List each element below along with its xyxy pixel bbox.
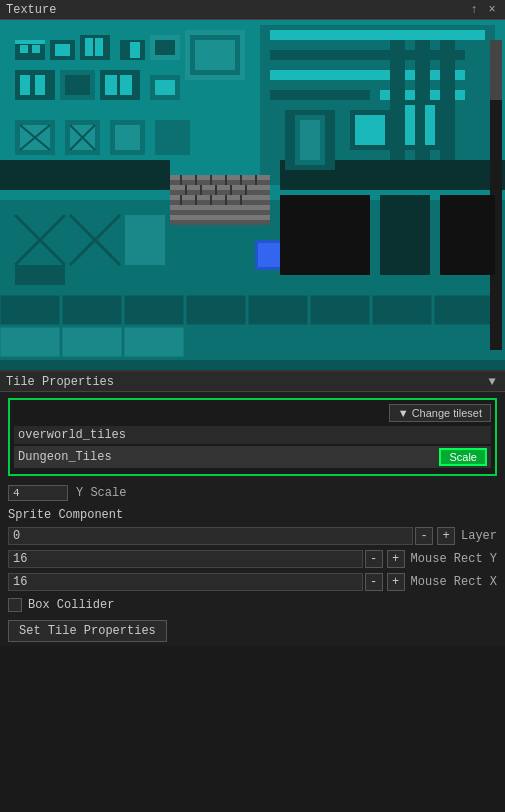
svg-rect-45 [195, 175, 197, 185]
texture-title: Texture [6, 3, 56, 17]
tileset-name-dungeon: Dungeon_Tiles [18, 450, 112, 464]
svg-rect-51 [200, 185, 202, 195]
layer-prop-row: - + Layer [0, 525, 505, 547]
tileset-item-dungeon-row: Dungeon_Tiles Scale [18, 448, 487, 466]
svg-rect-91 [300, 120, 320, 160]
svg-rect-107 [440, 195, 495, 275]
svg-rect-93 [355, 115, 385, 145]
svg-rect-52 [215, 185, 217, 195]
tileset-selector-box: ▼ Change tileset overworld_tiles Dungeon… [8, 398, 497, 476]
svg-rect-67 [124, 295, 184, 325]
x-scale-input[interactable] [8, 485, 68, 501]
svg-rect-27 [465, 40, 490, 170]
svg-rect-72 [434, 295, 499, 325]
texture-close-btn[interactable]: × [485, 3, 499, 17]
tileset-item-dungeon[interactable]: Dungeon_Tiles Scale [14, 446, 491, 468]
mouse-rect-x-minus-btn[interactable]: - [365, 573, 383, 591]
change-tileset-button[interactable]: ▼ Change tileset [389, 404, 491, 422]
svg-rect-88 [155, 120, 190, 155]
svg-rect-106 [380, 195, 430, 275]
svg-rect-87 [115, 125, 140, 150]
svg-rect-57 [210, 195, 212, 205]
svg-rect-69 [248, 295, 308, 325]
svg-rect-49 [255, 175, 257, 185]
svg-rect-42 [170, 205, 270, 210]
tile-properties-title: Tile Properties [6, 375, 114, 389]
svg-rect-55 [180, 195, 182, 205]
svg-rect-73 [0, 327, 60, 357]
svg-rect-7 [55, 44, 70, 56]
mouse-rect-y-plus-btn[interactable]: + [387, 550, 405, 568]
svg-rect-9 [85, 38, 93, 56]
svg-rect-3 [15, 40, 45, 44]
svg-rect-108 [0, 360, 505, 370]
sprite-component-label: Sprite Component [0, 504, 505, 524]
svg-rect-96 [425, 105, 435, 145]
box-collider-row: Box Collider [0, 594, 505, 616]
tileset-list: overworld_tiles Dungeon_Tiles Scale [14, 426, 491, 468]
mouse-rect-x-prop-row: - + Mouse Rect X [0, 571, 505, 593]
tileset-item-overworld[interactable]: overworld_tiles [14, 426, 491, 444]
svg-rect-30 [35, 75, 45, 95]
svg-rect-48 [240, 175, 242, 185]
svg-rect-37 [155, 80, 175, 95]
tileset-svg [0, 20, 505, 370]
svg-rect-4 [20, 45, 28, 53]
svg-rect-59 [240, 195, 242, 205]
svg-rect-47 [225, 175, 227, 185]
svg-rect-68 [186, 295, 246, 325]
svg-rect-46 [210, 175, 212, 185]
mouse-rect-y-value-input[interactable] [8, 550, 363, 568]
tile-properties-arrow-btn[interactable]: ▼ [485, 375, 499, 389]
svg-rect-74 [62, 327, 122, 357]
svg-rect-35 [120, 75, 132, 95]
texture-controls: ↑ × [467, 3, 499, 17]
svg-rect-50 [185, 185, 187, 195]
svg-rect-75 [124, 327, 184, 357]
set-tile-properties-button[interactable]: Set Tile Properties [8, 620, 167, 642]
mouse-rect-y-minus-btn[interactable]: - [365, 550, 383, 568]
tile-properties-header: Tile Properties ▼ [0, 372, 505, 392]
scale-button[interactable]: Scale [439, 448, 487, 466]
layer-label: Layer [461, 529, 497, 543]
tile-properties-panel: Tile Properties ▼ ▼ Change tileset overw… [0, 370, 505, 646]
mouse-rect-y-label: Mouse Rect Y [411, 552, 497, 566]
mouse-rect-y-prop-row: - + Mouse Rect Y [0, 548, 505, 570]
texture-header: Texture ↑ × [0, 0, 505, 20]
tileset-name-overworld: overworld_tiles [18, 428, 126, 442]
svg-rect-12 [130, 42, 140, 58]
texture-pin-btn[interactable]: ↑ [467, 3, 481, 17]
svg-rect-100 [15, 265, 65, 285]
svg-rect-71 [372, 295, 432, 325]
texture-panel: Texture ↑ × [0, 0, 505, 370]
svg-rect-70 [310, 295, 370, 325]
svg-rect-44 [180, 175, 182, 185]
svg-rect-60 [0, 160, 170, 190]
svg-rect-22 [270, 90, 370, 100]
svg-rect-26 [440, 40, 455, 170]
svg-rect-105 [280, 195, 370, 275]
svg-rect-17 [195, 40, 235, 70]
svg-rect-34 [105, 75, 117, 95]
svg-rect-29 [20, 75, 30, 95]
svg-rect-5 [32, 45, 40, 53]
layer-value-input[interactable] [8, 527, 413, 545]
mouse-rect-x-value-input[interactable] [8, 573, 363, 591]
svg-rect-54 [245, 185, 247, 195]
box-collider-checkbox[interactable] [8, 598, 22, 612]
mouse-rect-x-plus-btn[interactable]: + [387, 573, 405, 591]
layer-plus-btn[interactable]: + [437, 527, 455, 545]
svg-rect-10 [95, 38, 103, 56]
tileset-selector-header: ▼ Change tileset [14, 404, 491, 422]
svg-rect-41 [170, 195, 270, 200]
svg-rect-43 [170, 215, 270, 220]
svg-rect-63 [258, 243, 282, 267]
layer-minus-btn[interactable]: - [415, 527, 433, 545]
svg-rect-19 [270, 30, 485, 40]
y-scale-label: Y Scale [76, 486, 126, 500]
svg-rect-56 [195, 195, 197, 205]
svg-rect-95 [405, 105, 415, 145]
svg-rect-58 [225, 195, 227, 205]
scale-row: Y Scale [0, 482, 505, 504]
svg-rect-65 [0, 295, 60, 325]
